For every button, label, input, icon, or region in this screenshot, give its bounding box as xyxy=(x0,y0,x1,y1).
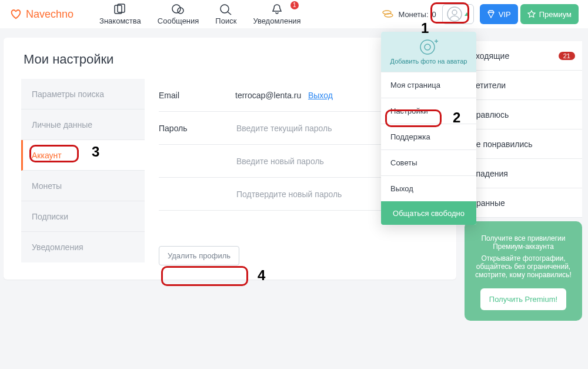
email-label: Email xyxy=(159,91,235,100)
cards-icon xyxy=(113,4,127,15)
camera-add-icon xyxy=(418,38,439,55)
tab-notifications[interactable]: Уведомления xyxy=(21,232,145,262)
password-label: Пароль xyxy=(159,124,235,133)
nav-dating[interactable]: Знакомства xyxy=(99,4,141,25)
delete-profile-button[interactable]: Удалить профиль xyxy=(159,246,239,265)
tab-search-params[interactable]: Параметры поиска xyxy=(21,79,145,109)
svg-point-2 xyxy=(172,5,181,13)
activity-visitors[interactable]: сетители xyxy=(465,71,582,100)
activity-matches[interactable]: впадения xyxy=(465,159,582,188)
search-icon xyxy=(219,4,232,15)
avatar-menu-button[interactable] xyxy=(442,4,474,24)
coins-label: Монеты: xyxy=(398,10,428,19)
chat-icon xyxy=(171,4,185,15)
activity-sidebar: сходящие 21 сетители нравлюсь не понрави… xyxy=(465,41,582,321)
dropdown-settings[interactable]: Настройки xyxy=(381,98,476,124)
email-value: terrocap@lenta.ru xyxy=(235,91,301,100)
dropdown-support[interactable]: Поддержка xyxy=(381,124,476,149)
dropdown-my-page[interactable]: Моя страница xyxy=(381,72,476,98)
svg-point-11 xyxy=(425,44,430,50)
premium-button[interactable]: Премиум xyxy=(520,4,579,24)
promo-get-premium-button[interactable]: Получить Premium! xyxy=(480,288,566,310)
dropdown-tips[interactable]: Советы xyxy=(381,149,476,175)
diamond-icon xyxy=(487,10,495,18)
activity-i-like[interactable]: нравлюсь xyxy=(465,100,582,129)
settings-tabs: Параметры поиска Личные данные Аккаунт М… xyxy=(21,79,145,265)
bell-icon xyxy=(270,4,283,15)
tab-subscriptions[interactable]: Подписки xyxy=(21,201,145,232)
nav-search[interactable]: Поиск xyxy=(215,4,236,25)
activity-incoming[interactable]: сходящие 21 xyxy=(465,41,582,71)
logo-heart-icon xyxy=(9,8,22,21)
nav-notifications[interactable]: 1 Уведомления xyxy=(253,4,300,25)
svg-line-5 xyxy=(228,12,231,15)
nav-notifications-label: Уведомления xyxy=(253,16,300,25)
header: Navechno Знакомства Сообщения Поиск 1 Ув… xyxy=(0,0,588,28)
chevron-up-icon xyxy=(465,12,469,16)
activity-incoming-label: сходящие xyxy=(472,51,509,61)
page-title: Мои настройки xyxy=(24,52,439,67)
activity-incoming-badge: 21 xyxy=(559,52,575,60)
premium-promo: Получите все привилегии Премиум-аккаунта… xyxy=(465,221,582,321)
vip-label: VIP xyxy=(499,10,511,19)
svg-point-4 xyxy=(220,5,229,13)
premium-label: Премиум xyxy=(539,10,572,19)
tab-account[interactable]: Аккаунт xyxy=(21,140,145,171)
nav-messages-label: Сообщения xyxy=(158,16,199,25)
top-nav: Знакомства Сообщения Поиск 1 Уведомления xyxy=(99,4,301,25)
coins-counter[interactable]: Монеты: 0 xyxy=(382,9,436,19)
dropdown-logout[interactable]: Выход xyxy=(381,175,476,201)
promo-line2: Открывайте фотографии, общайтесь без огр… xyxy=(473,254,574,279)
promo-line1: Получите все привилегии Премиум-аккаунта xyxy=(473,234,574,251)
dropdown-chat-free[interactable]: Общаться свободно xyxy=(381,201,476,225)
avatar-icon xyxy=(447,6,462,22)
nav-messages[interactable]: Сообщения xyxy=(158,4,199,25)
svg-point-10 xyxy=(420,40,435,54)
logout-link[interactable]: Выход xyxy=(308,91,333,100)
tab-coins[interactable]: Монеты xyxy=(21,171,145,201)
dropdown-add-photo-label: Добавить фото на аватар xyxy=(386,58,472,65)
dropdown-add-photo[interactable]: Добавить фото на аватар xyxy=(381,32,476,72)
star-icon xyxy=(527,10,536,18)
svg-point-9 xyxy=(452,10,457,15)
coins-value: 0 xyxy=(432,10,436,19)
notifications-badge: 1 xyxy=(290,1,299,9)
vip-button[interactable]: VIP xyxy=(480,4,518,24)
activity-favorites[interactable]: бранные xyxy=(465,188,582,218)
logo-text: Navechno xyxy=(26,8,74,21)
page-body: Мои настройки Параметры поиска Личные да… xyxy=(0,28,588,369)
logo[interactable]: Navechno xyxy=(9,8,74,21)
coins-icon xyxy=(382,9,395,19)
nav-search-label: Поиск xyxy=(215,16,236,25)
avatar-dropdown: Добавить фото на аватар Моя страница Нас… xyxy=(381,32,476,225)
activity-liked-me[interactable]: не понравились xyxy=(465,129,582,159)
nav-dating-label: Знакомства xyxy=(99,16,141,25)
tab-personal[interactable]: Личные данные xyxy=(21,109,145,140)
